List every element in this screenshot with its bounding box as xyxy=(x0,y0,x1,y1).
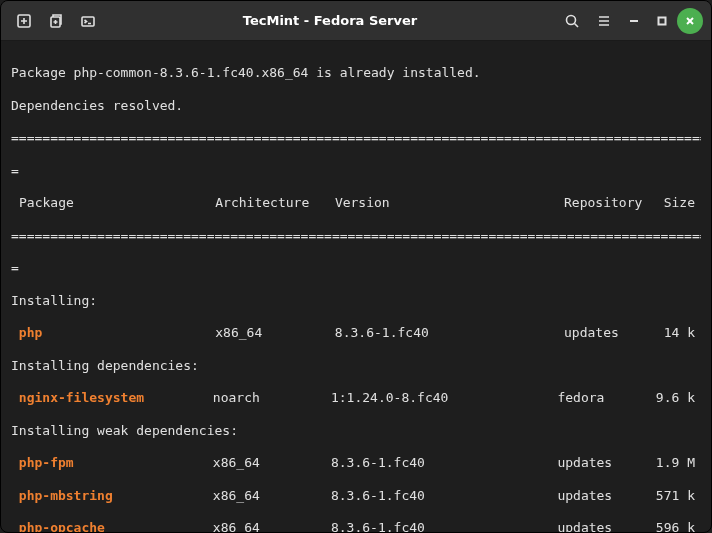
output-line: Dependencies resolved. xyxy=(11,98,701,114)
pkg-ver: 8.3.6-1.fc40 xyxy=(331,520,557,533)
new-tab-button[interactable] xyxy=(9,6,39,36)
pkg-arch: x86_64 xyxy=(213,488,331,504)
window-title: TecMint - Fedora Server xyxy=(107,13,553,28)
pkg-arch: noarch xyxy=(213,390,331,406)
separator: = xyxy=(11,260,701,276)
output-line: Package php-common-8.3.6-1.fc40.x86_64 i… xyxy=(11,65,701,81)
pkg-ver: 8.3.6-1.fc40 xyxy=(335,325,564,341)
pkg-repo: updates xyxy=(557,520,655,533)
new-window-button[interactable] xyxy=(41,6,71,36)
pkg-repo: fedora xyxy=(557,390,655,406)
svg-line-9 xyxy=(575,23,579,27)
table-row: nginx-filesystemnoarch1:1.24.0-8.fc40fed… xyxy=(11,390,701,406)
titlebar: TecMint - Fedora Server xyxy=(1,1,711,41)
section-label: Installing weak dependencies: xyxy=(11,423,701,439)
titlebar-left-controls xyxy=(9,6,103,36)
pkg-ver: 8.3.6-1.fc40 xyxy=(331,488,557,504)
section-label: Installing dependencies: xyxy=(11,358,701,374)
minimize-button[interactable] xyxy=(621,8,647,34)
pkg-size: 1.9 M xyxy=(656,455,701,471)
pkg-repo: updates xyxy=(557,488,655,504)
pkg-repo: updates xyxy=(557,455,655,471)
svg-rect-14 xyxy=(659,17,666,24)
col-size: Size xyxy=(664,195,701,211)
pkg-size: 571 k xyxy=(656,488,701,504)
table-row: php-fpmx86_648.3.6-1.fc40updates1.9 M xyxy=(11,455,701,471)
col-repo: Repository xyxy=(564,195,664,211)
col-version: Version xyxy=(335,195,564,211)
pkg-arch: x86_64 xyxy=(215,325,335,341)
pkg-size: 14 k xyxy=(664,325,701,341)
hamburger-menu-button[interactable] xyxy=(589,6,619,36)
svg-rect-6 xyxy=(82,17,94,26)
table-row: php-opcachex86_648.3.6-1.fc40updates596 … xyxy=(11,520,701,533)
table-row: phpx86_648.3.6-1.fc40updates14 k xyxy=(11,325,701,341)
maximize-button[interactable] xyxy=(649,8,675,34)
pkg-size: 9.6 k xyxy=(656,390,701,406)
pkg-size: 596 k xyxy=(656,520,701,533)
pkg-name: php-opcache xyxy=(11,520,213,533)
pkg-ver: 1:1.24.0-8.fc40 xyxy=(331,390,557,406)
pkg-name: php xyxy=(11,325,215,341)
pkg-repo: updates xyxy=(564,325,664,341)
separator: ========================================… xyxy=(11,228,701,244)
close-button[interactable] xyxy=(677,8,703,34)
separator: = xyxy=(11,163,701,179)
pkg-name: php-fpm xyxy=(11,455,213,471)
pkg-ver: 8.3.6-1.fc40 xyxy=(331,455,557,471)
section-label: Installing: xyxy=(11,293,701,309)
pkg-name: nginx-filesystem xyxy=(11,390,213,406)
pkg-name: php-mbstring xyxy=(11,488,213,504)
search-button[interactable] xyxy=(557,6,587,36)
titlebar-right-controls xyxy=(557,6,703,36)
terminal-menu-button[interactable] xyxy=(73,6,103,36)
col-package: Package xyxy=(11,195,215,211)
svg-point-8 xyxy=(567,15,576,24)
pkg-arch: x86_64 xyxy=(213,520,331,533)
col-arch: Architecture xyxy=(215,195,335,211)
separator: ========================================… xyxy=(11,130,701,146)
pkg-arch: x86_64 xyxy=(213,455,331,471)
table-row: php-mbstringx86_648.3.6-1.fc40updates571… xyxy=(11,488,701,504)
terminal-output[interactable]: Package php-common-8.3.6-1.fc40.x86_64 i… xyxy=(1,41,711,533)
table-header: PackageArchitectureVersionRepositorySize xyxy=(11,195,701,211)
